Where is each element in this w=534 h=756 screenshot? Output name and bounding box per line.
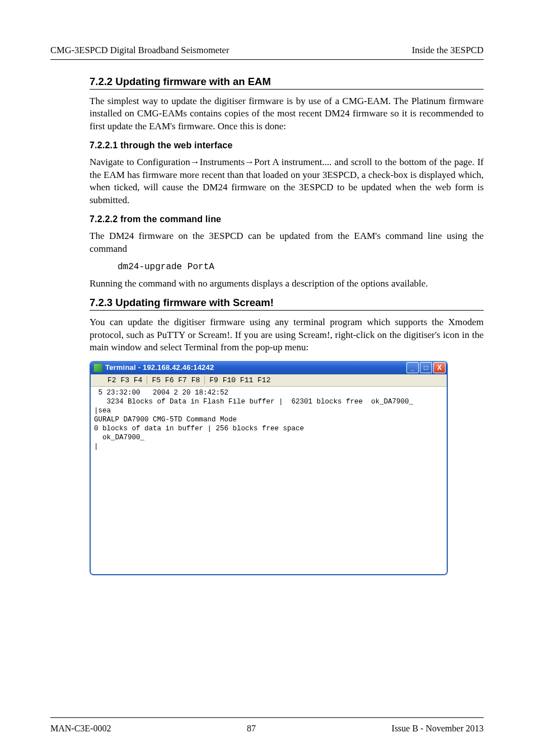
para-7-2-2-2-trail: Running the command with no arguments di… [90,278,484,290]
window-minimize-button[interactable]: _ [406,362,419,373]
footer-issue: Issue B - November 2013 [392,724,484,734]
header-left: CMG-3ESPCD Digital Broadband Seismometer [50,45,229,56]
fkey-group-1[interactable]: F2 F3 F4 [94,376,147,384]
heading-7-2-2-2: 7.2.2.2 from the command line [90,214,484,224]
heading-7-2-3: 7.2.3 Updating firmware with Scream! [90,297,484,311]
header-rule [50,59,484,60]
terminal-app-icon [93,363,102,372]
heading-7-2-2: 7.2.2 Updating firmware with an EAM [90,76,484,90]
terminal-output[interactable]: 5 23:32:00 2004 2 20 18:42:52 3234 Block… [91,387,447,574]
fkey-group-3[interactable]: F9 F10 F11 F12 [205,376,275,384]
para-7-2-3: You can update the digitiser firmware us… [90,316,484,354]
terminal-fkey-bar[interactable]: F2 F3 F4 F5 F6 F7 F8 F9 F10 F11 F12 [91,374,447,387]
terminal-window: Terminal - 192.168.42.46:14242 _ □ X F2 … [90,361,448,575]
fkey-group-2[interactable]: F5 F6 F7 F8 [147,376,205,384]
header-right: Inside the 3ESPCD [412,45,484,56]
code-dm24-upgrade: dm24-upgrade PortA [118,262,484,272]
footer-rule [50,717,484,718]
footer-doc-id: MAN-C3E-0002 [50,724,111,734]
heading-7-2-2-1: 7.2.2.1 through the web interface [90,140,484,151]
para-7-2-2-2-lead: The DM24 firmware on the 3ESPCD can be u… [90,230,484,255]
terminal-title: Terminal - 192.168.42.46:14242 [105,363,214,372]
window-maximize-button[interactable]: □ [420,362,432,373]
terminal-titlebar[interactable]: Terminal - 192.168.42.46:14242 _ □ X [91,361,447,374]
para-7-2-2-intro: The simplest way to update the digitiser… [90,95,484,133]
para-7-2-2-1: Navigate to Configuration→Instruments→Po… [90,156,484,206]
window-close-button[interactable]: X [433,362,446,373]
footer-page-number: 87 [247,724,256,734]
